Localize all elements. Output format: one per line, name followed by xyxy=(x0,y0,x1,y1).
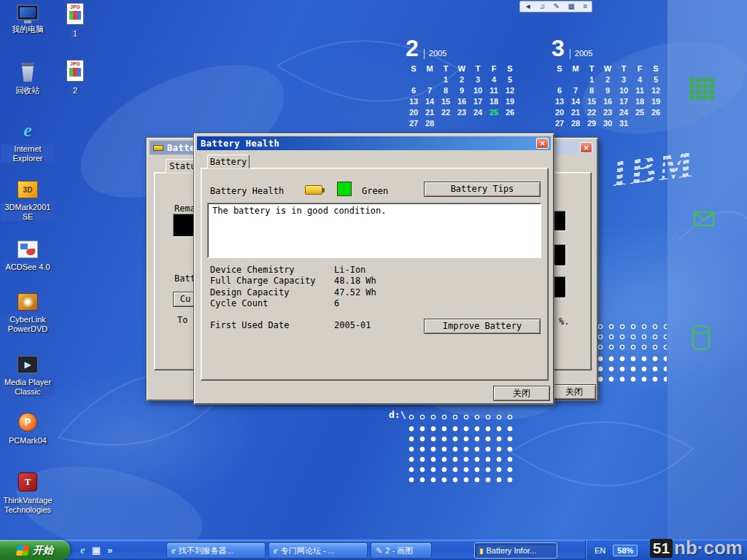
toolbar-grid-icon[interactable]: ▦ xyxy=(568,3,575,10)
taskbar-button-server-not-found[interactable]: e 找不到服务器... xyxy=(166,542,266,559)
play-glyph: ▶ xyxy=(24,359,31,370)
calendar-day xyxy=(551,75,568,84)
calendar-day: 18 xyxy=(632,97,648,106)
calendar-day: 11 xyxy=(486,86,502,95)
desktop-icon-jpg-2[interactable]: JPG 2 xyxy=(50,60,101,96)
start-button[interactable]: 开始 xyxy=(0,540,70,560)
calendar-day: 1 xyxy=(584,75,600,84)
database-icon xyxy=(692,324,711,351)
dot-pattern xyxy=(406,424,517,486)
quicklaunch-window-icon[interactable]: ▣ xyxy=(92,545,101,556)
battery-window-icon xyxy=(153,145,163,151)
desktop-icon-3dmark[interactable]: 3D 3DMark2001 SE xyxy=(1,181,55,221)
taskbar-button-paint[interactable]: ✎ 2 - 画图 xyxy=(371,542,432,559)
desktop-icon-jpg-1[interactable]: JPG 1 xyxy=(50,3,101,39)
desktop-icon-internet-explorer[interactable]: e Internet Explorer xyxy=(1,121,55,163)
calendar-february: 2 2005 SMTWTFS12345678910111213141516171… xyxy=(406,38,522,128)
toolbar-restore-icon[interactable]: ◄ xyxy=(525,3,532,10)
icon-label: 1 xyxy=(71,29,79,39)
calendar-day: 14 xyxy=(568,97,584,106)
calendar-day xyxy=(648,119,664,128)
battery-tips-button[interactable]: Battery Tips xyxy=(424,182,541,197)
calendar-day: 1 xyxy=(438,75,454,84)
calendar-month: 2 xyxy=(406,38,419,59)
calendar-day: 21 xyxy=(422,108,438,117)
condition-textbox[interactable]: The battery is in good condition. xyxy=(207,203,541,258)
battery-meter[interactable]: 58% xyxy=(613,545,638,556)
tab-battery[interactable]: Battery xyxy=(207,155,249,168)
calendar-day: 22 xyxy=(438,108,454,117)
calendar-day: 7 xyxy=(422,86,438,95)
health-status-indicator xyxy=(337,182,352,196)
battery-health-titlebar[interactable]: Battery Health ✕ xyxy=(197,136,551,150)
pcmark-icon: P xyxy=(18,413,37,432)
dot-pattern xyxy=(595,354,667,384)
calendar-day: 17 xyxy=(470,97,486,106)
internet-explorer-icon: e xyxy=(18,121,38,140)
calendar-day: 8 xyxy=(438,86,454,95)
calendar-day: 9 xyxy=(454,86,470,95)
jpg-thumbnail xyxy=(69,11,81,20)
field-value: 6 xyxy=(334,298,339,308)
calendar-day xyxy=(438,119,454,128)
close-button[interactable]: 关闭 xyxy=(493,386,550,401)
condition-text: The battery is in good condition. xyxy=(212,206,386,216)
calendar-day: 5 xyxy=(648,75,664,84)
dot-pattern xyxy=(406,412,517,423)
calendar-day: 23 xyxy=(600,108,616,117)
icon-label: Media Player Classic xyxy=(1,378,55,396)
icon-label: Internet Explorer xyxy=(1,144,55,163)
calendar-day-header: W xyxy=(600,64,616,73)
field-label: Full Charge Capacity xyxy=(210,276,316,286)
desktop-icon-powerdvd[interactable]: CyberLink PowerDVD xyxy=(1,293,55,333)
calendar-day: 27 xyxy=(551,119,568,128)
task-label: Battery Infor... xyxy=(487,546,536,555)
close-icon[interactable]: ✕ xyxy=(536,138,549,149)
calendar-day-header: T xyxy=(470,64,486,73)
calendar-day xyxy=(502,119,518,128)
desktop-icon-thinkvantage[interactable]: T ThinkVantage Technologies xyxy=(1,472,55,514)
drive-label: d:\ xyxy=(389,409,406,420)
close-icon[interactable]: ✕ xyxy=(580,142,592,153)
thinkvantage-glyph: T xyxy=(25,476,31,488)
calendar-day: 4 xyxy=(632,75,648,84)
icon-label: 我的电脑 xyxy=(10,25,45,34)
calendar-day: 19 xyxy=(648,97,664,106)
calendar-day: 13 xyxy=(551,97,568,106)
toolbar-volume-icon[interactable]: ♫ xyxy=(540,3,546,10)
calendar-day: 22 xyxy=(584,108,600,117)
desktop-icon-pcmark[interactable]: P PCMark04 xyxy=(1,413,55,446)
desktop-icon-media-player-classic[interactable]: ▶ Media Player Classic xyxy=(1,356,55,396)
calendar-day: 5 xyxy=(502,75,518,84)
calendar-month: 3 xyxy=(551,38,565,59)
calendar-day-header: F xyxy=(632,64,648,73)
recycle-bin-icon xyxy=(20,63,35,82)
toolbar-menu-icon[interactable]: ≡ xyxy=(583,3,587,10)
thinkvantage-icon: T xyxy=(18,472,37,491)
field-value: Li-Ion xyxy=(334,265,365,275)
calendar-day: 25 xyxy=(486,108,502,117)
toolbar-pen-icon[interactable]: ✎ xyxy=(554,3,560,10)
calendar-day: 8 xyxy=(584,86,600,95)
calendar-day: 15 xyxy=(584,97,600,106)
calendar-day: 13 xyxy=(406,97,422,106)
close-button[interactable]: 关闭 xyxy=(552,384,596,400)
quicklaunch-expand-icon[interactable]: » xyxy=(107,545,112,556)
my-computer-icon xyxy=(17,4,39,20)
mail-icon xyxy=(694,211,714,226)
improve-battery-health-button[interactable]: Improve Battery Health... xyxy=(424,319,541,334)
calendar-day-header: M xyxy=(568,64,584,73)
icon-label: 回收站 xyxy=(15,86,42,96)
calendar-year: 2005 xyxy=(570,49,592,59)
language-indicator[interactable]: EN xyxy=(595,546,605,555)
calendar-day xyxy=(486,119,502,128)
desktop-icon-recycle-bin[interactable]: 回收站 xyxy=(1,63,55,96)
calendar-grid: SMTWTFS123456789101112131415161718192021… xyxy=(406,64,522,128)
taskbar-button-forum[interactable]: e 专门网论坛 - ... xyxy=(268,542,368,559)
desktop-icon-acdsee[interactable]: ACDSee 4.0 xyxy=(1,241,55,272)
desktop-icon-my-computer[interactable]: 我的电脑 xyxy=(1,4,55,34)
taskbar-button-battery-information[interactable]: ▮ Battery Infor... xyxy=(474,542,557,559)
jpg-thumbnail xyxy=(69,68,81,77)
quicklaunch-ie-icon[interactable]: e xyxy=(80,544,85,556)
calendar-day-header: W xyxy=(454,64,470,73)
